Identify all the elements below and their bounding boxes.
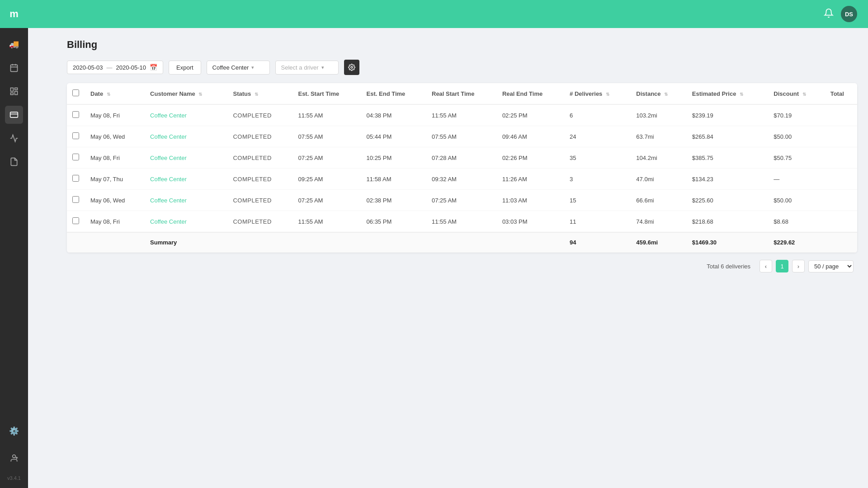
- row-distance: 74.8mi: [631, 211, 686, 233]
- billing-table-container: Date ⇅ Customer Name ⇅ Status ⇅ Est. Sta…: [67, 83, 857, 253]
- customer-link-4[interactable]: Coffee Center: [150, 197, 187, 204]
- customer-link-1[interactable]: Coffee Center: [150, 133, 187, 140]
- topbar: DS: [28, 0, 868, 28]
- header-date[interactable]: Date ⇅: [85, 83, 145, 104]
- row-discount: $50.00: [768, 126, 825, 147]
- summary-total: [825, 232, 857, 253]
- sort-icon-est-price: ⇅: [740, 92, 743, 97]
- app-logo[interactable]: m: [0, 0, 28, 28]
- toolbar: 2020-05-03 — 2020-05-10 📅 Export Coffee …: [67, 60, 857, 75]
- sort-icon-date: ⇅: [107, 92, 110, 97]
- chevron-down-icon-driver: ▾: [321, 65, 324, 70]
- summary-label: [85, 232, 145, 253]
- sidebar-item-analytics[interactable]: [5, 129, 23, 147]
- sidebar-item-invoices[interactable]: [5, 153, 23, 171]
- row-customer[interactable]: Coffee Center: [145, 147, 227, 169]
- row-total: [825, 211, 857, 233]
- header-status[interactable]: Status ⇅: [227, 83, 292, 104]
- sidebar-item-calendar[interactable]: [5, 59, 23, 77]
- header-real-end: Real End Time: [497, 83, 564, 104]
- row-status: COMPLETED: [227, 211, 292, 233]
- row-est-end: 06:35 PM: [361, 211, 426, 233]
- row-distance: 63.7mi: [631, 126, 686, 147]
- customer-link-2[interactable]: Coffee Center: [150, 155, 187, 161]
- row-checkbox-1[interactable]: [72, 132, 79, 139]
- export-button[interactable]: Export: [169, 61, 201, 75]
- summary-est-start: [292, 232, 361, 253]
- customer-filter-dropdown[interactable]: Coffee Center ▾: [207, 61, 270, 75]
- svg-rect-7: [11, 93, 14, 94]
- row-discount: —: [768, 169, 825, 190]
- row-customer[interactable]: Coffee Center: [145, 104, 227, 126]
- svg-rect-4: [11, 88, 14, 92]
- sidebar-item-add-user[interactable]: [5, 449, 23, 467]
- pagination-page-1-button[interactable]: 1: [776, 260, 788, 272]
- row-customer[interactable]: Coffee Center: [145, 126, 227, 147]
- customer-link-0[interactable]: Coffee Center: [150, 112, 187, 119]
- sidebar: m 🚚 ⚙️ v3.4.1: [0, 0, 28, 488]
- pagination-bar: Total 6 deliveries ‹ 1 › 50 / page 25 / …: [67, 253, 857, 274]
- row-status: COMPLETED: [227, 126, 292, 147]
- customer-link-5[interactable]: Coffee Center: [150, 218, 187, 225]
- row-est-end: 10:25 PM: [361, 147, 426, 169]
- row-real-start: 11:55 AM: [426, 104, 497, 126]
- row-checkbox-cell: [67, 147, 85, 169]
- row-date: May 07, Thu: [85, 169, 145, 190]
- row-discount: $8.68: [768, 211, 825, 233]
- row-checkbox-cell: [67, 211, 85, 233]
- notification-icon[interactable]: [824, 8, 834, 20]
- row-checkbox-0[interactable]: [72, 111, 79, 118]
- header-distance[interactable]: Distance ⇅: [631, 83, 686, 104]
- sort-icon-deliveries: ⇅: [606, 92, 609, 97]
- header-customer[interactable]: Customer Name ⇅: [145, 83, 227, 104]
- table-body: May 08, Fri Coffee Center COMPLETED 11:5…: [67, 104, 857, 253]
- row-customer[interactable]: Coffee Center: [145, 169, 227, 190]
- row-checkbox-cell: [67, 126, 85, 147]
- row-checkbox-cell: [67, 104, 85, 126]
- row-real-start: 11:55 AM: [426, 211, 497, 233]
- sort-icon-status: ⇅: [255, 92, 258, 97]
- sidebar-item-truck[interactable]: 🚚: [5, 35, 23, 53]
- row-checkbox-5[interactable]: [72, 217, 79, 224]
- row-total: [825, 104, 857, 126]
- row-real-end: 11:03 AM: [497, 190, 564, 211]
- header-real-start: Real Start Time: [426, 83, 497, 104]
- row-date: May 08, Fri: [85, 147, 145, 169]
- date-range-picker[interactable]: 2020-05-03 — 2020-05-10 📅: [67, 61, 163, 74]
- table-settings-button[interactable]: [344, 60, 359, 75]
- row-real-end: 11:26 AM: [497, 169, 564, 190]
- row-customer[interactable]: Coffee Center: [145, 211, 227, 233]
- driver-filter-dropdown[interactable]: Select a driver ▾: [275, 61, 339, 75]
- version-label: v3.4.1: [7, 475, 21, 481]
- row-date: May 08, Fri: [85, 211, 145, 233]
- customer-link-3[interactable]: Coffee Center: [150, 176, 187, 183]
- header-discount[interactable]: Discount ⇅: [768, 83, 825, 104]
- header-deliveries[interactable]: # Deliveries ⇅: [564, 83, 631, 104]
- pagination-next-button[interactable]: ›: [792, 260, 805, 272]
- row-real-end: 02:26 PM: [497, 147, 564, 169]
- row-checkbox-3[interactable]: [72, 175, 79, 182]
- header-est-price[interactable]: Estimated Price ⇅: [687, 83, 769, 104]
- row-est-price: $225.60: [687, 190, 769, 211]
- select-all-checkbox[interactable]: [72, 89, 79, 96]
- user-avatar[interactable]: DS: [841, 6, 857, 22]
- row-discount: $70.19: [768, 104, 825, 126]
- row-customer[interactable]: Coffee Center: [145, 190, 227, 211]
- row-checkbox-4[interactable]: [72, 196, 79, 203]
- table-row: May 06, Wed Coffee Center COMPLETED 07:2…: [67, 190, 857, 211]
- row-est-price: $265.84: [687, 126, 769, 147]
- per-page-select[interactable]: 50 / page 25 / page 100 / page: [808, 260, 854, 272]
- row-est-start: 11:55 AM: [292, 211, 361, 233]
- row-est-price: $385.75: [687, 147, 769, 169]
- sidebar-item-billing[interactable]: [5, 106, 23, 124]
- date-start: 2020-05-03: [73, 64, 103, 71]
- chevron-down-icon: ▾: [251, 65, 254, 70]
- pagination-prev-button[interactable]: ‹: [760, 260, 772, 272]
- row-checkbox-2[interactable]: [72, 154, 79, 160]
- sidebar-item-settings[interactable]: ⚙️: [5, 422, 23, 440]
- sort-icon-distance: ⇅: [664, 92, 668, 97]
- row-deliveries: 6: [564, 104, 631, 126]
- page-title: Billing: [67, 39, 857, 51]
- row-total: [825, 169, 857, 190]
- sidebar-item-reports[interactable]: [5, 82, 23, 100]
